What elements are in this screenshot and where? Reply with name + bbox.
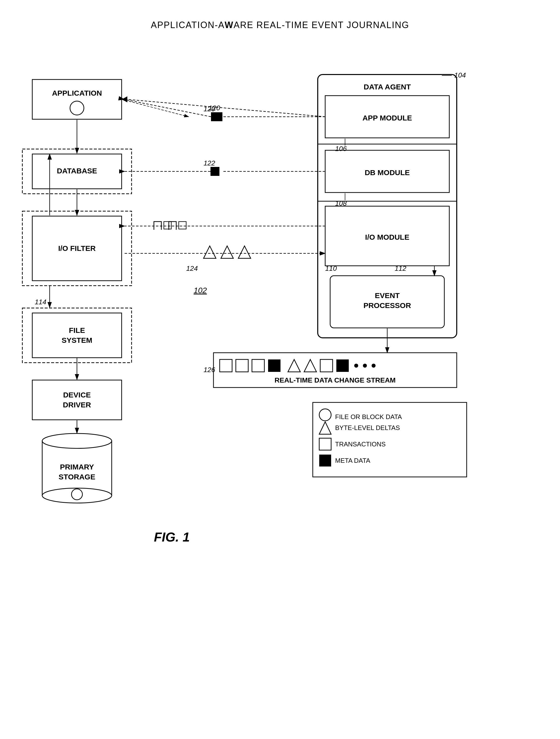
svg-line-96 [127, 99, 325, 117]
svg-text:DB MODULE: DB MODULE [365, 168, 410, 177]
svg-point-84 [372, 364, 376, 367]
svg-point-21 [71, 489, 82, 500]
svg-text:104: 104 [454, 71, 466, 79]
svg-text:FIG. 1: FIG. 1 [154, 530, 190, 544]
svg-text:PRIMARY: PRIMARY [60, 463, 94, 471]
svg-line-49 [122, 99, 189, 117]
svg-text:SYSTEM: SYSTEM [61, 336, 92, 344]
svg-marker-97 [122, 96, 127, 102]
svg-marker-71 [221, 246, 233, 258]
svg-text:I/O FILTER: I/O FILTER [58, 244, 96, 252]
svg-rect-55 [210, 167, 219, 176]
svg-line-52 [124, 99, 211, 117]
svg-rect-10 [32, 313, 122, 358]
svg-text:FILE: FILE [69, 326, 85, 334]
svg-text:PROCESSOR: PROCESSOR [363, 301, 411, 309]
svg-text:102: 102 [194, 286, 207, 295]
svg-text:112: 112 [395, 265, 406, 272]
svg-point-82 [354, 364, 358, 367]
svg-rect-81 [336, 359, 349, 372]
svg-rect-77 [268, 359, 281, 372]
page-title: APPLICATION-AWARE REAL-TIME EVENT JOURNA… [0, 20, 560, 30]
svg-text:DATABASE: DATABASE [57, 167, 97, 175]
svg-rect-0 [32, 80, 122, 119]
svg-text:120: 120 [208, 104, 220, 112]
svg-text:126: 126 [204, 366, 215, 374]
svg-text:BYTE-LEVEL DELTAS: BYTE-LEVEL DELTAS [335, 424, 400, 432]
svg-rect-69 [179, 221, 186, 229]
svg-rect-94 [319, 455, 331, 466]
svg-text:TRANSACTIONS: TRANSACTIONS [335, 440, 386, 448]
svg-text:META DATA: META DATA [335, 457, 370, 464]
svg-rect-68 [164, 221, 171, 229]
svg-text:DEVICE: DEVICE [63, 391, 91, 399]
svg-text:110: 110 [325, 265, 337, 272]
svg-marker-72 [238, 246, 251, 258]
svg-marker-70 [204, 246, 216, 258]
svg-text:DRIVER: DRIVER [63, 401, 91, 409]
diagram-svg: APPLICATION DATABASE I/O FILTER FILE SYS… [0, 32, 560, 715]
svg-point-83 [363, 364, 367, 367]
svg-text:DATA AGENT: DATA AGENT [364, 83, 411, 91]
svg-text:I/O MODULE: I/O MODULE [365, 233, 409, 241]
svg-text:122: 122 [204, 159, 215, 167]
svg-text:FILE OR BLOCK DATA: FILE OR BLOCK DATA [335, 413, 402, 421]
svg-text:APP MODULE: APP MODULE [362, 114, 412, 122]
svg-text:124: 124 [186, 265, 198, 272]
svg-text:108: 108 [335, 199, 347, 207]
svg-text:EVENT: EVENT [375, 291, 400, 300]
svg-rect-98 [213, 112, 222, 121]
svg-text:APPLICATION: APPLICATION [52, 89, 102, 97]
svg-rect-13 [32, 380, 122, 420]
svg-text:114: 114 [35, 298, 46, 306]
svg-text:106: 106 [335, 145, 347, 153]
svg-text:REAL-TIME DATA CHANGE STREAM: REAL-TIME DATA CHANGE STREAM [274, 376, 396, 384]
svg-text:STORAGE: STORAGE [58, 473, 95, 481]
svg-point-17 [42, 433, 112, 448]
